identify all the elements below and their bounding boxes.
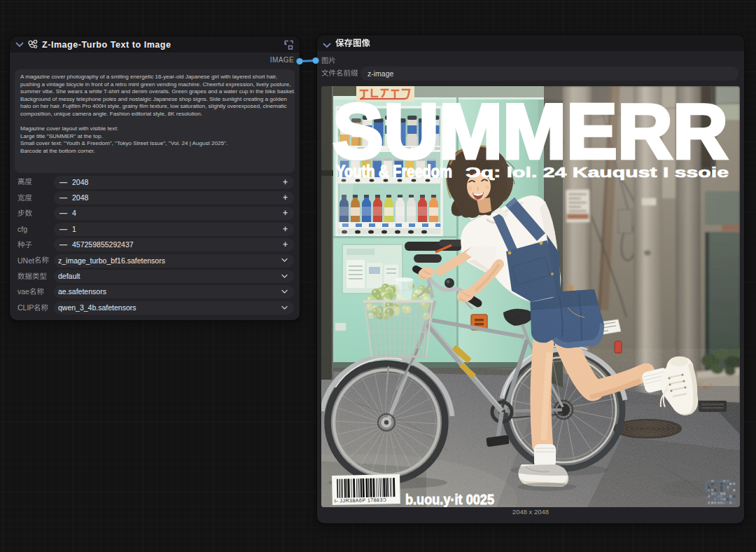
svg-text:Youth & Freedom: Youth & Freedom [336, 163, 452, 181]
svg-text:b.uou.y·it 0025: b.uou.y·it 0025 [405, 491, 494, 507]
svg-text:Ɔɋ: lol. 24 Kauqust I ssoie: Ɔɋ: lol. 24 Kauqust I ssoie [465, 164, 729, 180]
